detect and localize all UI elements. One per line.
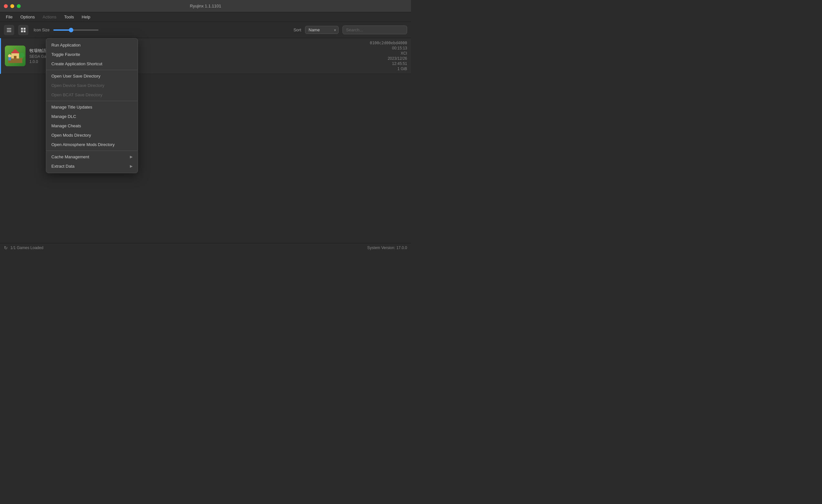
games-loaded-text: 1/1 Games Loaded <box>10 245 43 250</box>
game-play-time: 00:15:13 <box>392 46 407 50</box>
context-menu-label-5: Open BCAT Save Directory <box>51 92 102 97</box>
svg-rect-0 <box>7 28 11 29</box>
context-menu-label-8: Manage Cheats <box>51 123 81 128</box>
list-view-button[interactable] <box>4 25 14 35</box>
menu-bar: File Options Actions Tools Help <box>0 12 411 22</box>
close-button[interactable] <box>4 4 8 8</box>
context-menu-item-5: Open BCAT Save Directory <box>46 90 138 99</box>
context-menu-label-6: Manage Title Updates <box>51 105 92 109</box>
svg-point-15 <box>8 54 11 57</box>
menu-help[interactable]: Help <box>78 13 94 21</box>
game-time-saved: 12:45:51 <box>392 61 407 66</box>
icon-size-label: Icon Size <box>34 28 49 32</box>
game-meta: 0100c2d00ebd4000 00:15:13 XCI 2023/12/26… <box>370 41 407 71</box>
slider-container <box>53 29 98 31</box>
context-menu-separator-5 <box>46 101 138 101</box>
system-version-text: System Version: 17.0.0 <box>367 245 407 250</box>
game-icon <box>5 46 26 66</box>
context-menu-separator-10 <box>46 150 138 151</box>
minimize-button[interactable] <box>10 4 14 8</box>
context-menu-label-9: Open Mods Directory <box>51 133 91 138</box>
context-menu-item-11[interactable]: Cache Management▶ <box>46 152 138 161</box>
status-bar: ↻ 1/1 Games Loaded System Version: 17.0.… <box>0 243 411 252</box>
title-bar: Ryujinx 1.1.1101 <box>0 0 411 12</box>
context-menu-label-11: Cache Management <box>51 154 89 159</box>
context-menu-item-3[interactable]: Open User Save Directory <box>46 71 138 81</box>
submenu-arrow-icon-11: ▶ <box>130 155 132 159</box>
svg-rect-3 <box>21 28 23 30</box>
context-menu-label-3: Open User Save Directory <box>51 74 100 78</box>
game-size: 1 GiB <box>397 67 407 71</box>
context-menu-item-7[interactable]: Manage DLC <box>46 112 138 121</box>
context-menu-label-2: Create Application Shortcut <box>51 61 102 66</box>
search-input[interactable] <box>343 26 407 34</box>
context-menu-label-7: Manage DLC <box>51 114 76 119</box>
context-menu-label-4: Open Device Save Directory <box>51 83 104 88</box>
game-date: 2023/12/26 <box>388 56 407 61</box>
sort-select[interactable]: Name Title ID Developer Last Played File… <box>305 26 339 34</box>
maximize-button[interactable] <box>17 4 21 8</box>
context-menu-item-6[interactable]: Manage Title Updates <box>46 102 138 112</box>
svg-rect-4 <box>24 28 26 30</box>
menu-file[interactable]: File <box>3 13 16 21</box>
game-title-id: 0100c2d00ebd4000 <box>370 41 407 45</box>
sort-select-wrapper: Name Title ID Developer Last Played File… <box>305 26 339 34</box>
context-menu: Run ApplicationToggle FavoriteCreate App… <box>46 38 138 173</box>
svg-rect-12 <box>14 56 16 58</box>
context-menu-item-0[interactable]: Run Application <box>46 40 138 50</box>
menu-tools[interactable]: Tools <box>61 13 77 21</box>
window-controls <box>4 4 21 8</box>
context-menu-item-8[interactable]: Manage Cheats <box>46 121 138 130</box>
context-menu-label-1: Toggle Favorite <box>51 52 80 57</box>
toolbar: Icon Size Sort Name Title ID Developer L… <box>0 22 411 38</box>
context-menu-item-10[interactable]: Open Atmosphere Mods Directory <box>46 140 138 149</box>
svg-rect-6 <box>24 30 26 32</box>
submenu-arrow-icon-12: ▶ <box>130 164 132 168</box>
context-menu-label-0: Run Application <box>51 43 80 47</box>
menu-actions[interactable]: Actions <box>39 13 60 21</box>
game-format: XCI <box>401 51 407 56</box>
context-menu-item-1[interactable]: Toggle Favorite <box>46 50 138 59</box>
window-title: Ryujinx 1.1.1101 <box>190 4 221 8</box>
grid-view-button[interactable] <box>18 25 28 35</box>
menu-options[interactable]: Options <box>17 13 38 21</box>
svg-rect-1 <box>7 30 11 30</box>
icon-size-slider[interactable] <box>53 29 98 31</box>
context-menu-item-2[interactable]: Create Application Shortcut <box>46 59 138 68</box>
svg-rect-16 <box>8 57 11 60</box>
context-menu-separator-2 <box>46 70 138 70</box>
context-menu-item-4: Open Device Save Directory <box>46 81 138 90</box>
svg-rect-2 <box>7 31 11 32</box>
sort-label: Sort <box>293 27 301 32</box>
context-menu-label-10: Open Atmosphere Mods Directory <box>51 142 115 147</box>
svg-point-14 <box>19 53 24 58</box>
context-menu-item-12[interactable]: Extract Data▶ <box>46 161 138 171</box>
context-menu-item-9[interactable]: Open Mods Directory <box>46 130 138 140</box>
svg-rect-5 <box>21 30 23 32</box>
status-left: ↻ 1/1 Games Loaded <box>4 245 43 250</box>
context-menu-label-12: Extract Data <box>51 164 75 169</box>
refresh-icon: ↻ <box>4 245 8 250</box>
